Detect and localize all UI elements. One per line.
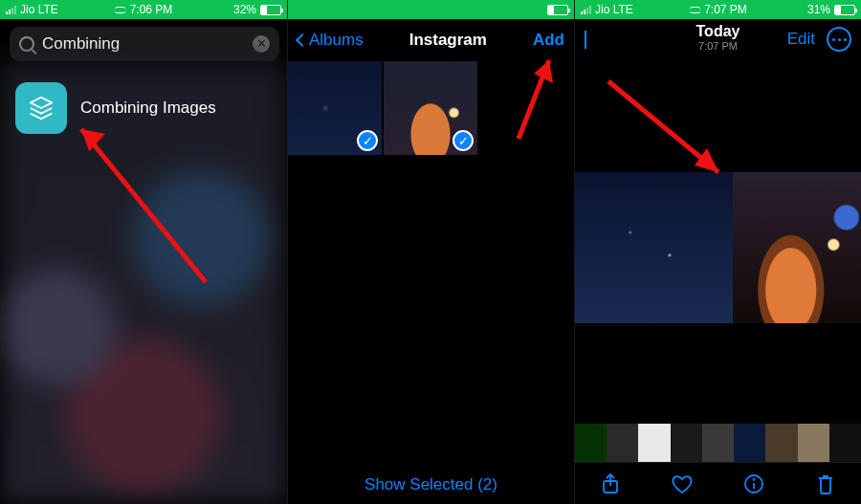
page-subtitle: 7:07 PM	[696, 40, 740, 52]
battery-icon	[547, 5, 568, 15]
clear-icon[interactable]: ✕	[253, 35, 270, 53]
show-selected-button[interactable]: Show Selected (2)	[288, 475, 574, 494]
signal-icon	[6, 6, 16, 14]
checkmark-icon: ✓	[357, 130, 378, 151]
screen-photo-view: Jio LTE 7:07 PM 31% Today 7:07 PM Edit	[574, 0, 861, 504]
back-label: Albums	[309, 31, 364, 50]
thumbnail-item[interactable]: ✓	[384, 61, 477, 155]
checkmark-icon: ✓	[453, 130, 474, 151]
back-button[interactable]	[585, 31, 586, 48]
search-icon	[19, 36, 34, 52]
status-bar	[288, 0, 574, 19]
combined-photo[interactable]	[575, 172, 861, 323]
thumbnail-item[interactable]: ✓	[288, 61, 382, 155]
bottom-toolbar	[575, 462, 861, 504]
chevron-left-icon	[585, 31, 586, 49]
page-title: Instagram	[409, 31, 487, 50]
battery-pct: 32%	[233, 3, 256, 16]
clock-label: 7:07 PM	[704, 3, 747, 16]
clock-label: 7:06 PM	[130, 3, 173, 16]
search-input[interactable]	[42, 34, 245, 54]
page-title: Today	[696, 23, 740, 40]
back-button[interactable]: Albums	[298, 31, 364, 50]
screen-search: Jio LTE 7:06 PM 32% ✕ Cancel	[0, 0, 287, 504]
nav-bar: Albums Instagram Add	[288, 19, 574, 61]
search-result-label: Combining Images	[80, 99, 216, 118]
hotspot-icon	[689, 7, 700, 13]
search-field-container: ✕	[10, 27, 279, 61]
heart-icon[interactable]	[671, 472, 694, 495]
share-icon[interactable]	[599, 472, 622, 495]
battery-icon	[834, 5, 855, 15]
thumbnail-strip[interactable]	[575, 424, 861, 462]
chevron-left-icon	[296, 33, 309, 47]
screen-album-select: Albums Instagram Add ✓ ✓ Show Selected (…	[287, 0, 574, 504]
trash-icon[interactable]	[814, 472, 837, 495]
app-icon-combining-images	[15, 82, 67, 134]
info-icon[interactable]	[742, 472, 765, 495]
svg-line-8	[608, 81, 718, 172]
battery-icon	[260, 5, 281, 15]
svg-point-7	[753, 479, 754, 480]
thumbnail-grid: ✓ ✓	[288, 61, 574, 155]
search-result-row[interactable]: Combining Images	[0, 69, 287, 147]
battery-pct: 31%	[807, 3, 830, 16]
photo-right-half	[733, 172, 861, 323]
carrier-label: Jio LTE	[595, 3, 633, 16]
photo-left-half	[575, 172, 733, 323]
edit-button[interactable]: Edit	[787, 30, 815, 49]
status-bar: Jio LTE 7:06 PM 32%	[0, 0, 287, 19]
hotspot-icon	[115, 7, 126, 13]
nav-bar: Today 7:07 PM Edit	[575, 19, 861, 61]
carrier-label: Jio LTE	[20, 3, 58, 16]
add-button[interactable]: Add	[533, 31, 564, 50]
svg-marker-9	[695, 148, 718, 172]
more-icon[interactable]	[827, 27, 851, 52]
status-bar: Jio LTE 7:07 PM 31%	[575, 0, 861, 19]
signal-icon	[581, 6, 591, 14]
